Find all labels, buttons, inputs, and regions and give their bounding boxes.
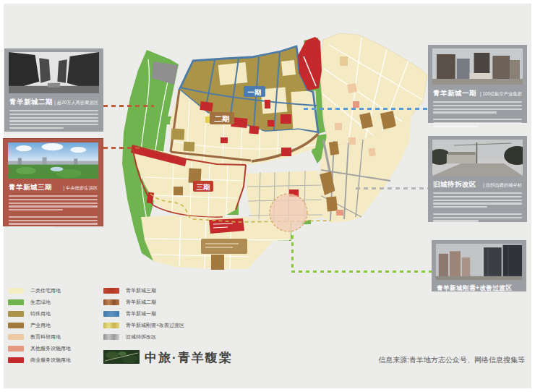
callout-oldtown-subtitle: | 边拆边建的城中村 <box>483 182 522 189</box>
map-badge-phase1: 一期 <box>244 86 265 97</box>
map-badge-phase3: 三期 <box>193 181 213 192</box>
callout-phase3-bodytext <box>8 195 98 228</box>
callout-phase3: 青羊新城三期 | 中央低密生活区 <box>3 138 103 226</box>
map-renovation-circle <box>270 194 307 231</box>
legend-item-zone1: 青羊新城一期 <box>103 310 156 318</box>
badge-phase1-label: 一期 <box>248 88 262 96</box>
callout-phase1-subtitle: | 100亿航空产业集群 <box>480 91 522 98</box>
callout-transition-title: 青羊新城刚需+改善过渡区 <box>437 284 512 293</box>
photo-phase1-offices <box>432 48 523 85</box>
legend-swatch-zone-transition <box>103 323 119 328</box>
legend-item-green: 生态绿地 <box>8 299 51 306</box>
photo-oldtown-street <box>432 140 523 176</box>
legend-item-industry: 产业用地 <box>8 322 51 329</box>
callout-phase1-title: 青羊新城一期 <box>433 89 476 98</box>
legend-item-zone3: 青羊新城三期 <box>103 287 156 294</box>
legend-swatch-industry <box>8 323 24 328</box>
poster-canvas: 一期 二期 三期 青羊新城二期 | 超20万人高密聚居区 <box>0 0 535 392</box>
callout-phase1: 青羊新城一期 | 100亿航空产业集群 <box>428 45 527 123</box>
legend-item-zone-transition: 青羊新城刚需+改善过渡区 <box>103 322 184 329</box>
map-south-district <box>141 216 291 270</box>
legend-swatch-commercial <box>8 357 24 363</box>
badge-phase3-label: 三期 <box>197 183 210 191</box>
badge-phase2-label: 二期 <box>215 114 230 123</box>
legend-swatch-zone1 <box>103 311 119 317</box>
legend-swatch-zone3 <box>103 288 119 294</box>
legend-item-otherservice: 其他服务设施用地 <box>8 345 71 352</box>
connector-transition-line-horizontal <box>291 270 432 273</box>
legend-item-zone-oldtown: 旧城待拆改区 <box>103 333 156 341</box>
callout-oldtown-title: 旧城待拆改区 <box>433 180 476 189</box>
callout-oldtown: 旧城待拆改区 | 边拆边建的城中村 <box>428 136 527 222</box>
connector-phase3-line <box>103 147 141 149</box>
logo-thumbnail <box>103 350 140 364</box>
photo-transition-towers <box>436 244 522 280</box>
legend-item-residential: 二类住宅用地 <box>8 287 61 294</box>
callout-phase3-subtitle: | 中央低密生活区 <box>64 185 98 192</box>
legend-swatch-special <box>8 311 24 317</box>
connector-oldtown-line <box>356 187 428 189</box>
legend-item-special: 特殊用地 <box>8 310 51 318</box>
callout-phase2-subtitle: | 超20万人高密聚居区 <box>54 100 98 106</box>
legend-item-commercial: 商业服务设施用地 <box>8 357 71 364</box>
zoning-map: 一期 二期 三期 <box>116 29 434 289</box>
legend-item-education: 教育科研用地 <box>8 333 61 341</box>
callout-oldtown-bodytext <box>432 192 523 222</box>
photo-phase2-highrises <box>9 52 99 93</box>
brand-logo-text: 中旅·青羊馥棠 <box>145 349 233 366</box>
legend-item-zone2: 青羊新城二期 <box>103 299 156 306</box>
callout-phase1-bodytext <box>432 101 523 127</box>
map-northeast-district <box>320 33 427 145</box>
callout-phase2-title: 青羊新城二期 <box>9 98 53 107</box>
map-badge-phase2: 二期 <box>210 112 234 124</box>
callout-phase2: 青羊新城二期 | 超20万人高密聚居区 <box>4 48 103 132</box>
connector-transition-line-vertical <box>291 235 294 273</box>
photo-phase3-park <box>8 142 98 179</box>
callout-phase3-title: 青羊新城三期 <box>9 183 52 192</box>
legend-swatch-residential <box>8 288 24 294</box>
callout-transition: 青羊新城刚需+改善过渡区 <box>432 240 526 291</box>
legend-swatch-otherservice <box>8 346 24 351</box>
legend-swatch-zone-oldtown <box>103 334 119 340</box>
connector-phase2-line <box>103 105 154 107</box>
connector-phase1-line <box>304 108 428 110</box>
legend-swatch-zone2 <box>103 299 119 305</box>
source-note: 信息来源:青羊地方志公众号、网络信息搜集等 <box>378 355 525 365</box>
legend-swatch-education <box>8 334 24 340</box>
legend-swatch-green <box>8 299 24 305</box>
